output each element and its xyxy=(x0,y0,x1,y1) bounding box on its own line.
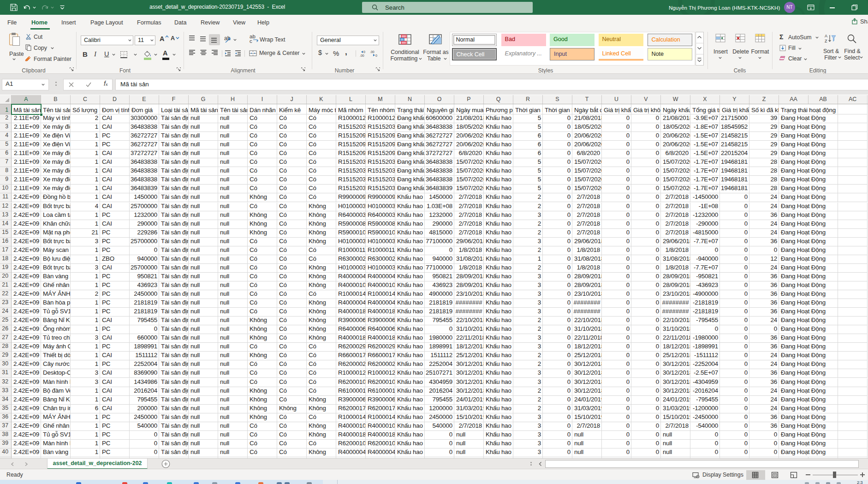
svg-text:0: 0 xyxy=(363,50,365,54)
svg-text:.00: .00 xyxy=(370,50,375,54)
svg-text:A: A xyxy=(825,34,827,38)
svg-text:0: 0 xyxy=(375,54,377,57)
svg-text:Z: Z xyxy=(825,39,827,43)
svg-text:.00: .00 xyxy=(360,54,364,57)
